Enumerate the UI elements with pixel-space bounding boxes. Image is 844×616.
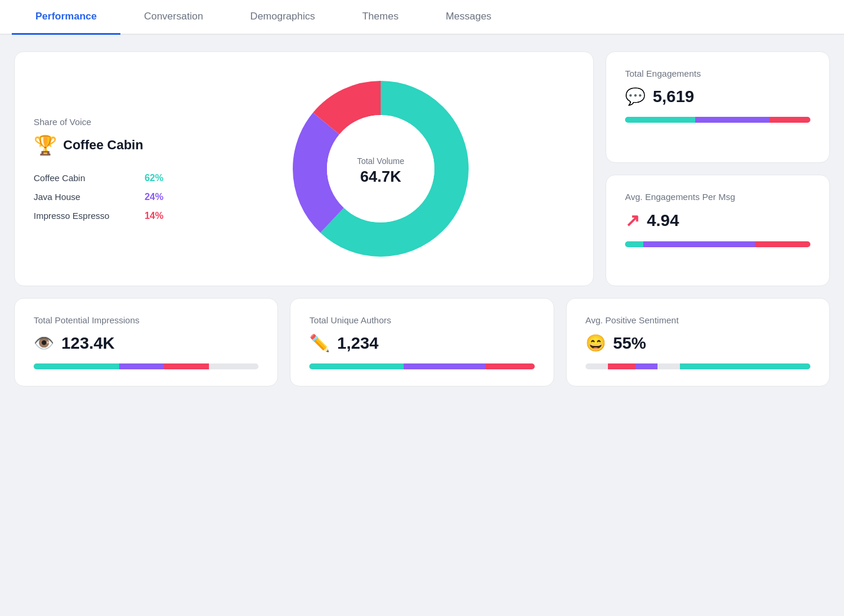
trophy-icon: 🏆 bbox=[34, 134, 57, 156]
avg-sentiment-label: Avg. Positive Sentiment bbox=[585, 315, 810, 325]
nav-tabs: Performance Conversation Demographics Th… bbox=[0, 0, 844, 35]
total-engagements-label: Total Engagements bbox=[625, 68, 810, 78]
total-authors-value: 1,234 bbox=[337, 334, 378, 353]
tab-themes[interactable]: Themes bbox=[339, 0, 422, 35]
sov-left: Share of Voice 🏆 Coffee Cabin Coffee Cab… bbox=[34, 117, 163, 221]
avg-engagements-value-row: ↗ 4.94 bbox=[625, 210, 810, 231]
avg-sentiment-value: 55% bbox=[613, 334, 646, 353]
sov-item-java-house: Java House 24% bbox=[34, 192, 163, 202]
total-impressions-card: Total Potential Impressions 👁️ 123.4K bbox=[14, 298, 278, 386]
pencil-icon: ✏️ bbox=[309, 333, 330, 353]
bar-segment-pink bbox=[485, 363, 535, 369]
sov-item-pct: 24% bbox=[145, 192, 163, 202]
bar-segment-purple bbox=[635, 363, 657, 369]
avg-engagements-bar bbox=[625, 241, 810, 247]
sov-item-label: Impresso Espresso bbox=[34, 211, 109, 221]
avg-engagements-label: Avg. Engagements Per Msg bbox=[625, 192, 810, 202]
total-authors-card: Total Unique Authors ✏️ 1,234 bbox=[290, 298, 554, 386]
bar-segment-gray1 bbox=[585, 363, 608, 369]
donut-total-value: 64.7K bbox=[360, 168, 401, 185]
donut-total-label: Total Volume bbox=[357, 156, 404, 166]
sov-brand: 🏆 Coffee Cabin bbox=[34, 134, 163, 156]
bar-segment-gray bbox=[209, 363, 259, 369]
total-engagements-value-row: 💬 5,619 bbox=[625, 87, 810, 106]
total-authors-bar bbox=[309, 363, 534, 369]
sov-section-label: Share of Voice bbox=[34, 117, 163, 127]
bar-segment-teal bbox=[625, 241, 643, 247]
donut-chart: Total Volume 64.7K bbox=[187, 68, 574, 269]
avg-engagements-value: 4.94 bbox=[647, 211, 679, 230]
donut-svg: Total Volume 64.7K bbox=[280, 68, 481, 269]
total-authors-value-row: ✏️ 1,234 bbox=[309, 333, 534, 353]
sov-item-pct: 62% bbox=[145, 173, 163, 184]
avg-sentiment-bar bbox=[585, 363, 810, 369]
bar-segment-pink bbox=[164, 363, 209, 369]
total-impressions-label: Total Potential Impressions bbox=[34, 315, 259, 325]
bar-segment-teal bbox=[680, 363, 810, 369]
trending-up-icon: ↗ bbox=[625, 210, 640, 231]
avg-sentiment-value-row: 😄 55% bbox=[585, 333, 810, 353]
sov-brand-name: Coffee Cabin bbox=[63, 137, 143, 153]
sov-item-pct: 14% bbox=[145, 211, 163, 221]
chat-bubble-icon: 💬 bbox=[625, 87, 646, 106]
total-engagements-card: Total Engagements 💬 5,619 bbox=[606, 51, 830, 163]
avg-sentiment-card: Avg. Positive Sentiment 😄 55% bbox=[566, 298, 830, 386]
bar-segment-purple bbox=[404, 363, 485, 369]
total-impressions-value-row: 👁️ 123.4K bbox=[34, 333, 259, 353]
bottom-row: Total Potential Impressions 👁️ 123.4K To… bbox=[14, 298, 830, 386]
sov-item-impresso: Impresso Espresso 14% bbox=[34, 211, 163, 221]
total-impressions-bar bbox=[34, 363, 259, 369]
tab-messages[interactable]: Messages bbox=[422, 0, 515, 35]
tab-performance[interactable]: Performance bbox=[12, 0, 120, 35]
sov-item-coffee-cabin: Coffee Cabin 62% bbox=[34, 173, 163, 184]
total-impressions-value: 123.4K bbox=[61, 334, 115, 353]
bar-segment-teal bbox=[309, 363, 404, 369]
tab-conversation[interactable]: Conversation bbox=[120, 0, 227, 35]
right-column: Total Engagements 💬 5,619 Avg. Engagemen… bbox=[606, 51, 830, 286]
eye-icon: 👁️ bbox=[34, 333, 54, 353]
sov-list: Coffee Cabin 62% Java House 24% Impresso… bbox=[34, 173, 163, 221]
bar-segment-gray2 bbox=[657, 363, 680, 369]
happy-face-icon: 😄 bbox=[585, 333, 606, 353]
tab-demographics[interactable]: Demographics bbox=[227, 0, 339, 35]
share-of-voice-card: Share of Voice 🏆 Coffee Cabin Coffee Cab… bbox=[14, 51, 594, 286]
bar-segment-teal bbox=[34, 363, 119, 369]
top-row: Share of Voice 🏆 Coffee Cabin Coffee Cab… bbox=[14, 51, 830, 286]
bar-segment-purple bbox=[695, 117, 770, 123]
bar-segment-pink bbox=[770, 117, 810, 123]
sov-item-label: Coffee Cabin bbox=[34, 173, 85, 183]
total-engagements-bar bbox=[625, 117, 810, 123]
main-content: Share of Voice 🏆 Coffee Cabin Coffee Cab… bbox=[0, 35, 844, 403]
bar-segment-teal bbox=[625, 117, 695, 123]
avg-engagements-card: Avg. Engagements Per Msg ↗ 4.94 bbox=[606, 175, 830, 286]
total-engagements-value: 5,619 bbox=[653, 87, 694, 106]
bar-segment-purple bbox=[643, 241, 754, 247]
sov-item-label: Java House bbox=[34, 192, 80, 202]
bar-segment-pink bbox=[608, 363, 635, 369]
bar-segment-pink bbox=[755, 241, 810, 247]
total-authors-label: Total Unique Authors bbox=[309, 315, 534, 325]
bar-segment-purple bbox=[119, 363, 164, 369]
